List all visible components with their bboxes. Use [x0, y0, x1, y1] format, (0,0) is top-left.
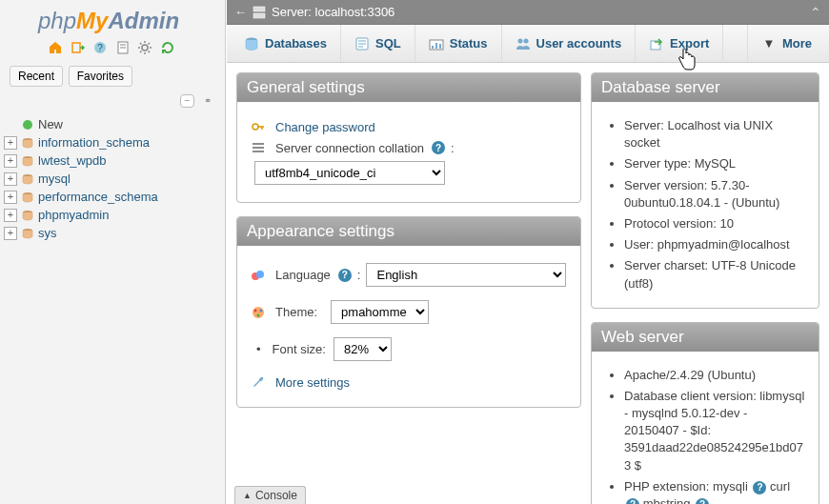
db-item[interactable]: + mysql [4, 170, 221, 188]
info-item: PHP extension: mysqli ? curl ? mbstring … [624, 478, 805, 504]
database-tree: New + information_schema + lwtest_wpdb +… [0, 113, 225, 244]
docs-icon[interactable]: ? [92, 40, 110, 57]
home-icon[interactable] [48, 40, 65, 57]
svg-point-27 [253, 124, 258, 130]
svg-point-34 [254, 309, 257, 312]
new-database-link[interactable]: New [4, 115, 221, 133]
database-icon [21, 172, 34, 186]
db-item[interactable]: + performance_schema [4, 188, 221, 206]
db-label: phpmyadmin [38, 208, 109, 222]
more-settings-link[interactable]: More settings [275, 375, 350, 390]
tab-label: Export [670, 36, 709, 50]
tab-more[interactable]: ▼ More [747, 25, 825, 62]
db-item[interactable]: + phpmyadmin [4, 206, 221, 224]
dropdown-icon: ▼ [761, 36, 777, 51]
db-label: performance_schema [38, 190, 158, 204]
svg-rect-14 [253, 13, 265, 18]
expand-icon[interactable]: + [4, 136, 17, 150]
gear-icon[interactable] [137, 40, 154, 57]
collapse-top-icon[interactable]: ⌃ [810, 5, 821, 20]
tab-label: Databases [265, 36, 327, 50]
database-icon [21, 209, 34, 222]
help-icon[interactable]: ? [432, 141, 445, 154]
tab-label: Status [450, 36, 488, 50]
theme-icon [251, 305, 266, 320]
breadcrumb-server[interactable]: Server: localhost:3306 [272, 5, 394, 19]
collation-select[interactable]: utf8mb4_unicode_ci [254, 161, 445, 185]
svg-text:?: ? [97, 43, 103, 53]
info-item: Server: Localhost via UNIX socket [624, 117, 805, 151]
language-select[interactable]: English [366, 263, 566, 287]
info-item: Protocol version: 10 [624, 215, 805, 232]
db-item[interactable]: + sys [4, 224, 221, 242]
db-item[interactable]: + lwtest_wpdb [4, 151, 221, 170]
collation-label: Server connection collation [275, 141, 424, 155]
info-item: Server type: MySQL [624, 155, 805, 172]
new-label: New [38, 117, 63, 131]
triangle-up-icon: ▲ [243, 491, 252, 500]
link-tree-icon[interactable]: ⚭ [200, 95, 215, 107]
tab-sql[interactable]: SQL [341, 25, 415, 62]
svg-rect-13 [253, 7, 265, 11]
help-icon[interactable]: ? [338, 269, 352, 282]
sql-icon [354, 36, 370, 51]
svg-rect-21 [432, 46, 434, 49]
fontsize-select[interactable]: 82% [334, 337, 392, 361]
fontsize-label: Font size: [273, 342, 326, 356]
appearance-settings-panel: Appearance settings Language ?: English … [236, 216, 581, 408]
phpmyadmin-logo[interactable]: phpMyAdmin [0, 0, 225, 38]
theme-select[interactable]: pmahomme [331, 300, 429, 324]
top-navigation: Databases SQL Status User accounts Expor… [227, 25, 829, 63]
collapse-tree-icon[interactable]: − [180, 94, 195, 108]
console-toggle[interactable]: ▲ Console [234, 486, 306, 504]
expand-icon[interactable]: + [4, 172, 17, 186]
database-icon [244, 36, 259, 51]
favorites-tab[interactable]: Favorites [69, 66, 132, 87]
db-label: mysql [38, 171, 71, 186]
expand-icon[interactable]: + [4, 154, 17, 168]
info-item: Server version: 5.7.30-0ubuntu0.18.04.1 … [624, 177, 805, 212]
svg-point-24 [517, 38, 522, 43]
logout-icon[interactable] [71, 40, 88, 57]
language-label: Language [275, 268, 331, 282]
theme-label: Theme: [275, 305, 317, 319]
panel-heading: Appearance settings [237, 217, 580, 246]
svg-rect-22 [435, 43, 437, 49]
svg-point-32 [256, 271, 264, 278]
panel-heading: Web server [592, 323, 819, 352]
tab-label: More [782, 36, 812, 50]
tab-status[interactable]: Status [415, 25, 502, 62]
breadcrumb-arrow-icon: ← [234, 5, 247, 19]
expand-icon[interactable]: + [4, 191, 17, 204]
new-dot-icon [23, 120, 32, 130]
svg-rect-0 [72, 43, 80, 52]
db-item[interactable]: + information_schema [4, 133, 221, 151]
help-icon[interactable]: ? [626, 498, 639, 504]
wrench-icon [251, 374, 266, 390]
tab-user-accounts[interactable]: User accounts [502, 25, 637, 62]
info-item: Database client version: libmysql - mysq… [624, 388, 805, 474]
expand-icon[interactable]: + [4, 227, 17, 240]
sql-doc-icon[interactable] [115, 40, 132, 57]
panel-heading: General settings [237, 73, 580, 102]
reload-icon[interactable] [160, 40, 177, 57]
titlebar: ← Server: localhost:3306 ⌃ [227, 0, 829, 25]
database-server-panel: Database server Server: Localhost via UN… [591, 72, 819, 309]
db-label: lwtest_wpdb [38, 153, 107, 168]
nav-icon-row: ? [0, 38, 225, 66]
change-password-link[interactable]: Change password [275, 120, 375, 134]
database-icon [21, 227, 34, 240]
key-icon [251, 119, 266, 134]
help-icon[interactable]: ? [753, 481, 766, 494]
svg-point-6 [142, 45, 148, 50]
recent-tab[interactable]: Recent [10, 66, 63, 87]
expand-icon[interactable]: + [4, 209, 17, 222]
tab-export[interactable]: Export [636, 25, 723, 62]
svg-point-25 [523, 38, 528, 43]
left-sidebar: phpMyAdmin ? Recent Favorites − ⚭ [0, 0, 226, 504]
sidebar-tabs: Recent Favorites [0, 66, 225, 92]
database-icon [21, 191, 34, 204]
info-item: Apache/2.4.29 (Ubuntu) [624, 367, 805, 384]
help-icon[interactable]: ? [696, 498, 709, 504]
tab-databases[interactable]: Databases [231, 25, 341, 62]
